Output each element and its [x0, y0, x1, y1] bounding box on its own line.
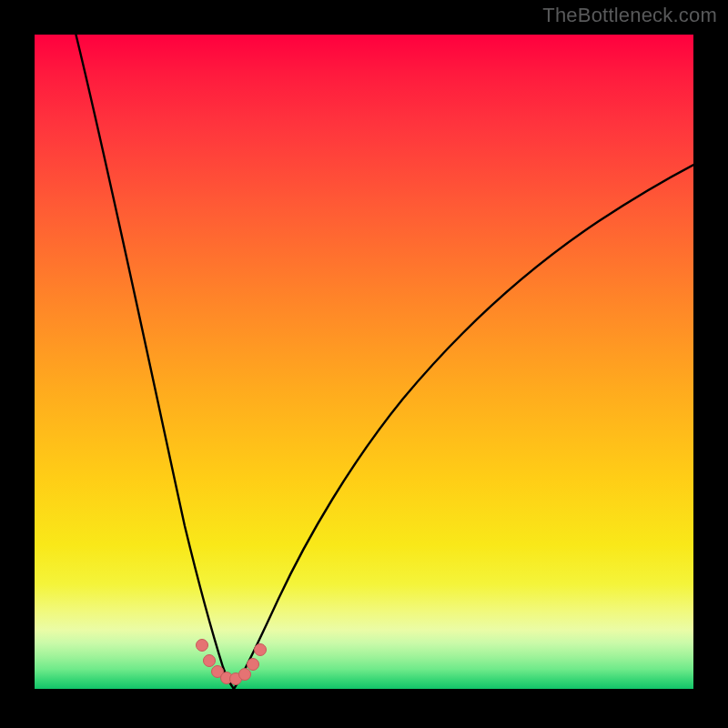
bottleneck-curve — [74, 25, 699, 689]
marker-dot — [197, 640, 208, 652]
marker-dot — [248, 659, 259, 671]
plot-area — [35, 35, 693, 689]
watermark-text: TheBottleneck.com — [542, 4, 717, 27]
curve-right — [234, 162, 699, 689]
marker-dot — [255, 644, 267, 656]
outer-frame: TheBottleneck.com — [0, 0, 728, 728]
curve-left — [74, 25, 234, 689]
marker-dot — [204, 655, 216, 667]
marker-dot — [239, 669, 251, 681]
marker-group — [197, 640, 267, 685]
chart-svg — [35, 35, 693, 689]
